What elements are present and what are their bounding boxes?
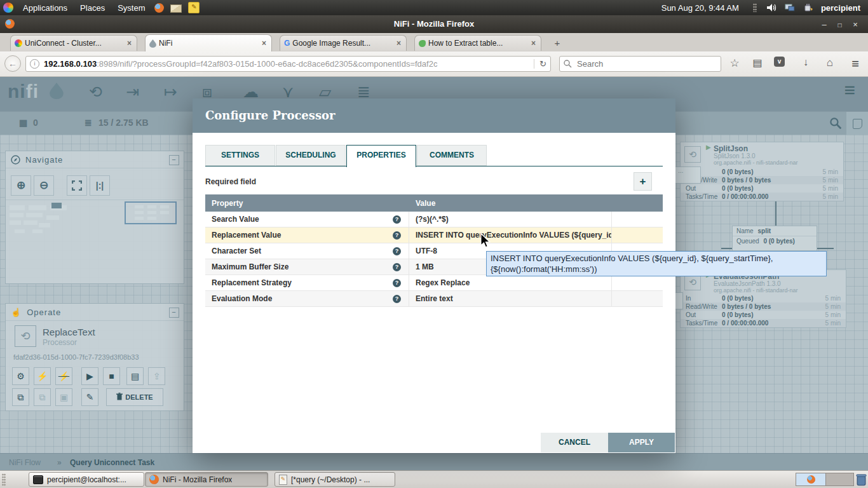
reload-icon[interactable]: ↻ (534, 59, 546, 69)
create-template-button[interactable]: ▤ (126, 367, 144, 385)
help-icon[interactable]: ? (393, 231, 401, 240)
apply-button[interactable]: APPLY (608, 433, 675, 452)
connection-line[interactable] (775, 201, 776, 227)
connection-label[interactable]: Name split Queued 0 (0 bytes) (732, 226, 817, 251)
upload-template-button[interactable]: ⇪ (148, 367, 165, 385)
table-row[interactable]: Replacement Strategy ? Regex Replace (205, 275, 663, 291)
workspace-switcher[interactable] (796, 473, 854, 486)
panel-username[interactable]: percipient (821, 3, 860, 13)
display-icon[interactable] (785, 3, 795, 13)
help-icon[interactable]: ? (393, 279, 401, 287)
property-value[interactable]: INSERT INTO queryExecutionInfo VALUES ($… (409, 227, 612, 243)
tab-google-images[interactable]: G Google Image Result... × (280, 35, 407, 51)
minimize-button[interactable]: – (818, 20, 831, 29)
selected-component-id[interactable]: fdaf2d36-015d-1000-7fc7-7239d3f08b33 (13, 353, 139, 361)
editor-launcher-icon[interactable]: ✎ (188, 2, 200, 13)
copy-button[interactable]: ⧉ (12, 388, 29, 406)
workspace-2[interactable] (826, 473, 853, 485)
cancel-button[interactable]: CANCEL (541, 433, 608, 452)
color-button[interactable]: ✎ (81, 388, 98, 406)
help-icon[interactable]: ? (393, 247, 401, 255)
table-row[interactable]: Evaluation Mode ? Entire text (205, 291, 663, 307)
enable-button[interactable]: ⚡ (34, 367, 51, 385)
downloads-icon[interactable]: ↓ (798, 57, 813, 68)
processor-evaluatejsonpath[interactable]: ⟲ ▶ EvaluateJsonPath EvaluateJsonPath 1.… (680, 269, 846, 328)
distro-menu-icon[interactable] (3, 3, 13, 13)
mail-launcher-icon[interactable] (170, 4, 182, 13)
search-input[interactable] (576, 58, 705, 69)
table-row-highlighted[interactable]: Replacement Value ? INSERT INTO queryExe… (205, 227, 663, 243)
property-value[interactable]: Regex Replace (409, 275, 612, 290)
tab-close-icon[interactable]: × (261, 39, 268, 48)
start-button[interactable]: ▶ (81, 367, 98, 385)
zoom-actual-button[interactable]: |:| (90, 175, 110, 196)
output-port-tool-icon[interactable]: ↦ (164, 83, 177, 101)
breadcrumb-current[interactable]: Query Uniconnect Task (70, 458, 154, 467)
menu-system[interactable]: System (111, 3, 151, 13)
zoom-in-button[interactable]: ⊕ (11, 175, 31, 196)
collapse-operate-icon[interactable]: − (169, 308, 179, 318)
processor-tool-icon[interactable]: ⟲ (89, 83, 102, 101)
info-icon[interactable]: i (30, 59, 39, 69)
window-titlebar[interactable]: NiFi - Mozilla Firefox – □ × (0, 15, 868, 33)
maximize-button[interactable]: □ (834, 22, 846, 29)
new-tab-button[interactable]: + (550, 37, 564, 50)
tab-close-icon[interactable]: × (530, 39, 537, 48)
tab-properties[interactable]: PROPERTIES (346, 145, 416, 167)
help-icon[interactable]: ? (393, 215, 401, 224)
group-button[interactable]: ▣ (55, 388, 72, 406)
taskbar-window-terminal[interactable]: percipient@localhost:... (29, 472, 144, 487)
trash-applet-icon[interactable] (856, 473, 867, 486)
workspace-1[interactable] (796, 473, 826, 485)
volume-icon[interactable] (766, 3, 776, 13)
hamburger-menu-icon[interactable]: ≡ (848, 57, 863, 71)
paste-button[interactable]: ⧉ (34, 388, 51, 406)
power-icon[interactable] (803, 3, 813, 13)
delete-button[interactable]: DELETE (106, 388, 163, 406)
minimap[interactable] (6, 200, 184, 284)
tab-close-icon[interactable]: × (126, 39, 133, 48)
taskbar-window-gedit[interactable]: ✎ [*query (~/Desktop) - ... (275, 472, 395, 487)
property-value[interactable]: Entire text (409, 291, 612, 306)
navigate-header[interactable]: Navigate − (6, 151, 184, 168)
breadcrumb-root[interactable]: NiFi Flow (9, 458, 41, 467)
tab-settings[interactable]: SETTINGS (205, 145, 275, 166)
processor-splitjson[interactable]: ⟲ ▶ SplitJson SplitJson 1.3.0 org.apache… (680, 142, 844, 201)
search-bar[interactable] (559, 56, 721, 72)
zoom-fit-button[interactable] (67, 175, 87, 196)
taskbar-window-firefox[interactable]: NiFi - Mozilla Firefox (145, 472, 268, 487)
tab-scheduling[interactable]: SCHEDULING (276, 145, 346, 166)
stop-button[interactable]: ■ (103, 367, 120, 385)
zoom-out-button[interactable]: ⊖ (34, 175, 54, 196)
tab-extract-table[interactable]: How to Extract table... × (414, 35, 541, 51)
help-icon[interactable]: ? (393, 295, 401, 303)
nifi-menu-icon[interactable]: ≡ (844, 79, 855, 101)
tab-uniconnect[interactable]: UniConnect - Cluster... × (10, 35, 137, 51)
table-row[interactable]: Search Value ? (?s)(^.*$) (205, 212, 663, 227)
property-value[interactable]: (?s)(^.*$) (409, 212, 612, 227)
tab-comments[interactable]: COMMENTS (417, 145, 487, 166)
operate-header[interactable]: ☝ Operate − (6, 304, 184, 321)
menu-places[interactable]: Places (74, 3, 111, 13)
help-icon[interactable]: ? (393, 263, 401, 271)
menu-applications[interactable]: Applications (17, 3, 74, 13)
configure-button[interactable]: ⚙ (12, 367, 29, 385)
panel-clock[interactable]: Sun Aug 20, 9:44 AM (661, 3, 739, 13)
firefox-launcher-icon[interactable] (154, 3, 164, 13)
bookmarks-list-icon[interactable]: ▤ (750, 57, 765, 69)
input-port-tool-icon[interactable]: ⇥ (126, 83, 139, 101)
back-button[interactable]: ← (4, 55, 21, 72)
url-bar[interactable]: i 192.168.0.103:8989/nifi/?processGroupI… (25, 56, 551, 72)
canvas-search-icon[interactable] (830, 118, 841, 129)
pocket-icon[interactable]: v (774, 57, 785, 67)
note-tile[interactable] (846, 112, 868, 135)
minimap-viewport[interactable] (125, 201, 177, 224)
disable-button[interactable]: ⚡ (55, 367, 72, 385)
tab-close-icon[interactable]: × (395, 39, 402, 48)
bookmark-star-icon[interactable]: ☆ (727, 57, 742, 70)
close-button[interactable]: × (849, 20, 862, 29)
collapse-navigate-icon[interactable]: − (169, 155, 179, 165)
tab-nifi[interactable]: NiFi × (145, 34, 272, 51)
add-property-button[interactable]: + (634, 172, 652, 191)
home-icon[interactable]: ⌂ (822, 57, 837, 69)
